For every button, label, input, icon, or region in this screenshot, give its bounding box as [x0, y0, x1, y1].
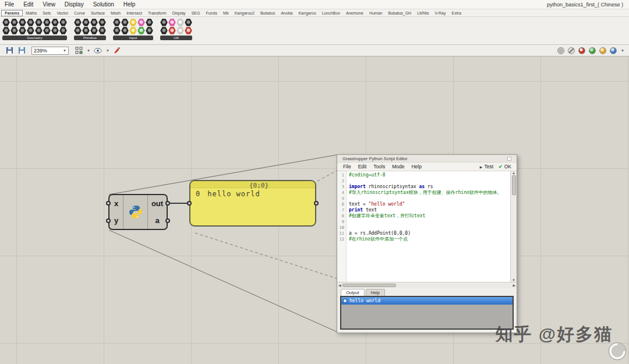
ribbon-tab[interactable]: Extra: [448, 10, 464, 16]
component-icon[interactable]: [113, 27, 121, 34]
horizontal-scrollbar[interactable]: ◀ ▶: [337, 282, 517, 288]
panel-input-grip[interactable]: [187, 201, 192, 206]
component-icon[interactable]: [51, 27, 59, 34]
ribbon-tab[interactable]: Display: [169, 10, 189, 16]
scroll-left-icon[interactable]: ◀: [338, 283, 341, 287]
menu-item[interactable]: View: [38, 1, 60, 8]
component-icon[interactable]: [146, 27, 153, 34]
param-grip-out[interactable]: [165, 201, 170, 206]
component-icon[interactable]: [10, 27, 18, 34]
component-icon[interactable]: [137, 27, 145, 34]
component-icon[interactable]: [176, 19, 184, 26]
vertical-scrollbar[interactable]: ▲ ▼: [510, 171, 517, 282]
component-icon[interactable]: [19, 19, 26, 26]
no-preview-icon[interactable]: [568, 47, 575, 54]
scroll-up-icon[interactable]: ▲: [512, 171, 515, 175]
component-icon[interactable]: [27, 27, 34, 34]
component-icon[interactable]: [2, 19, 10, 26]
ribbon-tab[interactable]: SEG: [189, 10, 203, 16]
component-icon[interactable]: [113, 19, 121, 26]
ok-button[interactable]: ✔ OK: [499, 164, 511, 169]
component-icon[interactable]: [51, 19, 59, 26]
component-icon[interactable]: [19, 27, 26, 34]
ribbon-tab[interactable]: LMNts: [414, 10, 432, 16]
editor-menu-item[interactable]: Help: [408, 164, 425, 169]
python-script-editor-window[interactable]: Grasshopper Python Script Editor FileEdi…: [337, 154, 517, 333]
ribbon-tab[interactable]: Mb: [220, 10, 232, 16]
save-as-icon[interactable]: [17, 46, 26, 55]
red-pen-icon[interactable]: [112, 46, 122, 55]
component-icon[interactable]: [35, 27, 43, 34]
component-icon[interactable]: [82, 19, 90, 26]
panel-output-grip[interactable]: [314, 201, 319, 206]
chevron-down-icon[interactable]: ▼: [87, 49, 90, 52]
ribbon-tab[interactable]: Surface: [88, 10, 108, 16]
code-editor[interactable]: 1#coding=utf-823import rhinoscriptsyntax…: [337, 171, 510, 282]
tab-help[interactable]: Help: [366, 289, 385, 296]
param-grip-y[interactable]: [106, 218, 111, 223]
green-sphere-icon[interactable]: [589, 47, 596, 54]
ribbon-tab[interactable]: V-Ray: [432, 10, 448, 16]
zoom-extents-icon[interactable]: [74, 46, 83, 55]
editor-menu-item[interactable]: Mode: [388, 164, 408, 169]
component-icon[interactable]: [35, 19, 43, 26]
component-icon[interactable]: [168, 19, 176, 26]
scrollbar-thumb[interactable]: [342, 284, 396, 287]
component-icon[interactable]: [185, 19, 192, 26]
component-icon[interactable]: [185, 27, 192, 34]
canvas[interactable]: x y out a 0 hell: [0, 56, 629, 364]
ribbon-tab[interactable]: Intersect: [123, 10, 145, 16]
component-icon[interactable]: [90, 27, 98, 34]
orange-sphere-icon[interactable]: [599, 47, 606, 54]
ribbon-tab[interactable]: Anemone: [343, 10, 366, 16]
scrollbar-thumb[interactable]: [512, 175, 516, 195]
zoom-select[interactable]: 239% ▼: [31, 47, 69, 55]
component-icon[interactable]: [98, 27, 106, 34]
component-icon[interactable]: [74, 27, 82, 34]
menu-item[interactable]: File: [0, 1, 19, 8]
ribbon-tab[interactable]: Bubalus: [257, 10, 278, 16]
editor-menu-item[interactable]: File: [340, 164, 355, 169]
component-icon[interactable]: [137, 19, 145, 26]
tab-output[interactable]: Output: [341, 289, 365, 296]
ribbon-tab[interactable]: Human: [366, 10, 386, 16]
ribbon-tab[interactable]: Curve: [71, 10, 88, 16]
red-pin-icon[interactable]: [578, 47, 585, 54]
component-icon[interactable]: [82, 27, 90, 34]
ribbon-tab[interactable]: Bubalus_GH: [385, 10, 414, 16]
component-icon[interactable]: [176, 27, 184, 34]
component-icon[interactable]: [129, 19, 137, 26]
editor-titlebar[interactable]: Grasshopper Python Script Editor: [337, 155, 517, 162]
ribbon-tab[interactable]: Sets: [40, 10, 54, 16]
component-icon[interactable]: [98, 19, 106, 26]
ribbon-tab[interactable]: Vector: [54, 10, 71, 16]
component-icon[interactable]: [27, 19, 34, 26]
component-icon[interactable]: [146, 19, 153, 26]
component-icon[interactable]: [121, 27, 129, 34]
component-icon[interactable]: [160, 19, 168, 26]
ribbon-tab[interactable]: LunchBox: [319, 10, 343, 16]
python-logo-icon[interactable]: [123, 195, 147, 229]
menu-item[interactable]: Display: [60, 1, 89, 8]
component-icon[interactable]: [59, 19, 67, 26]
chevron-down-icon[interactable]: ▼: [106, 49, 109, 52]
component-icon[interactable]: [59, 27, 67, 34]
component-icon[interactable]: [10, 19, 18, 26]
component-icon[interactable]: [43, 27, 51, 34]
editor-menu-item[interactable]: Edit: [355, 164, 370, 169]
output-line[interactable]: hello world: [341, 297, 513, 305]
component-icon[interactable]: [2, 27, 10, 34]
component-icon[interactable]: [121, 19, 129, 26]
menu-item[interactable]: Solution: [89, 1, 119, 8]
component-icon[interactable]: [160, 27, 168, 34]
ribbon-tab[interactable]: Transform: [145, 10, 169, 16]
component-icon[interactable]: [74, 19, 82, 26]
blue-sphere-icon[interactable]: [610, 47, 617, 54]
component-icon[interactable]: [43, 19, 51, 26]
ghpython-component[interactable]: x y out a: [108, 194, 168, 230]
menu-item[interactable]: Help: [119, 1, 140, 8]
ribbon-tab[interactable]: Anoba: [278, 10, 295, 16]
ribbon-tab[interactable]: Maths: [23, 10, 40, 16]
ribbon-tab[interactable]: Kangaroo2: [232, 10, 257, 16]
editor-menu-item[interactable]: Tools: [370, 164, 388, 169]
